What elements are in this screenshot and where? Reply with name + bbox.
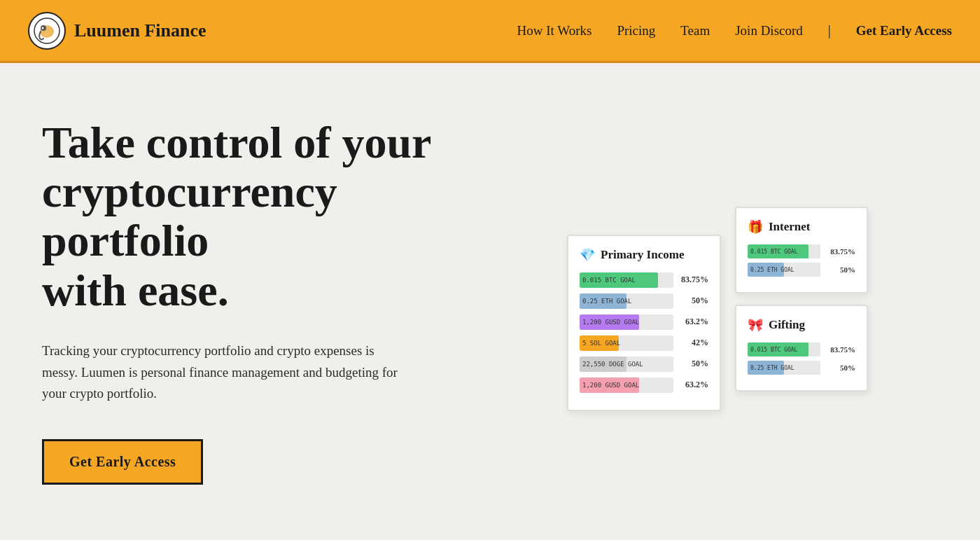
pi-bar-6: 1,200 GUSD GOAL xyxy=(580,378,673,393)
primary-income-icon: 💎 xyxy=(580,247,595,263)
nav-cta-button[interactable]: Get Early Access xyxy=(856,23,952,39)
gift-pct-1: 83.75% xyxy=(826,345,855,354)
nav-divider: | xyxy=(828,22,831,39)
svg-point-3 xyxy=(42,27,44,29)
pi-pct-4: 42% xyxy=(679,338,708,348)
pi-pct-1: 83.75% xyxy=(679,275,708,285)
pi-label-1: 0.015 BTC GOAL xyxy=(582,277,636,284)
int-pct-2: 50% xyxy=(826,265,855,274)
int-label-1: 0.015 BTC GOAL xyxy=(750,248,797,254)
pi-bar-1: 0.015 BTC GOAL xyxy=(580,272,673,288)
nav-how-it-works[interactable]: How It Works xyxy=(517,23,592,39)
pi-label-3: 1,200 GUSD GOAL xyxy=(582,319,639,326)
logo-icon xyxy=(28,12,66,50)
secondary-cards: 🎁 Internet 0.015 BTC GOAL 83.75% 0.25 ET… xyxy=(735,207,868,392)
primary-income-title: 💎 Primary Income xyxy=(580,247,708,263)
gift-pct-2: 50% xyxy=(826,364,855,372)
primary-income-card: 💎 Primary Income 0.015 BTC GOAL 83.75% 0… xyxy=(567,235,721,411)
pi-row-6: 1,200 GUSD GOAL 63.2% xyxy=(580,378,708,393)
internet-card: 🎁 Internet 0.015 BTC GOAL 83.75% 0.25 ET… xyxy=(735,207,868,293)
hero-text-block: Take control of your cryptocurrency port… xyxy=(42,118,497,485)
nav-join-discord[interactable]: Join Discord xyxy=(735,23,803,39)
hero-section: Take control of your cryptocurrency port… xyxy=(0,63,980,540)
int-row-1: 0.015 BTC GOAL 83.75% xyxy=(748,244,855,258)
int-label-2: 0.25 ETH GOAL xyxy=(750,266,794,272)
pi-pct-2: 50% xyxy=(679,296,708,306)
nav-links: How It Works Pricing Team Join Discord |… xyxy=(517,22,952,39)
gift-bar-2: 0.25 ETH GOAL xyxy=(748,361,820,375)
gift-bar-1: 0.015 BTC GOAL xyxy=(748,342,820,356)
hero-heading: Take control of your cryptocurrency port… xyxy=(42,118,497,316)
gift-label-1: 0.015 BTC GOAL xyxy=(750,346,797,352)
gifting-icon: 🎀 xyxy=(748,317,763,333)
internet-icon: 🎁 xyxy=(748,219,763,235)
pi-row-4: 5 SOL GOAL 42% xyxy=(580,335,708,351)
pi-label-4: 5 SOL GOAL xyxy=(582,340,620,347)
navbar: Luumen Finance How It Works Pricing Team… xyxy=(0,0,980,63)
logo-text: Luumen Finance xyxy=(74,20,206,41)
pi-bar-4: 5 SOL GOAL xyxy=(580,335,673,351)
nav-pricing[interactable]: Pricing xyxy=(617,23,655,39)
pi-pct-3: 63.2% xyxy=(679,317,708,327)
int-bar-1: 0.015 BTC GOAL xyxy=(748,244,820,258)
pi-label-2: 0.25 ETH GOAL xyxy=(582,298,631,305)
gifting-card: 🎀 Gifting 0.015 BTC GOAL 83.75% 0.25 ETH… xyxy=(735,305,868,392)
pi-row-2: 0.25 ETH GOAL 50% xyxy=(580,293,708,309)
pi-pct-6: 63.2% xyxy=(679,380,708,390)
gift-label-2: 0.25 ETH GOAL xyxy=(750,364,794,371)
pi-row-5: 22,550 DOGE GOAL 50% xyxy=(580,356,708,372)
hero-cta-button[interactable]: Get Early Access xyxy=(42,439,203,485)
logo-group: Luumen Finance xyxy=(28,12,206,50)
pi-bar-2: 0.25 ETH GOAL xyxy=(580,293,673,309)
hero-visual: 💎 Primary Income 0.015 BTC GOAL 83.75% 0… xyxy=(497,207,938,411)
pi-row-3: 1,200 GUSD GOAL 63.2% xyxy=(580,314,708,330)
int-row-2: 0.25 ETH GOAL 50% xyxy=(748,263,855,277)
int-pct-1: 83.75% xyxy=(826,247,855,256)
int-bar-2: 0.25 ETH GOAL xyxy=(748,263,820,277)
hero-subtext: Tracking your cryptocurrency portfolio a… xyxy=(42,340,406,404)
nav-team[interactable]: Team xyxy=(680,23,710,39)
pi-label-6: 1,200 GUSD GOAL xyxy=(582,382,639,389)
gift-row-2: 0.25 ETH GOAL 50% xyxy=(748,361,855,375)
pi-pct-5: 50% xyxy=(679,359,708,369)
pi-bar-5: 22,550 DOGE GOAL xyxy=(580,356,673,372)
internet-card-title: 🎁 Internet xyxy=(748,219,855,235)
pi-bar-3: 1,200 GUSD GOAL xyxy=(580,314,673,330)
pi-row-1: 0.015 BTC GOAL 83.75% xyxy=(580,272,708,288)
gifting-card-title: 🎀 Gifting xyxy=(748,317,855,333)
pi-label-5: 22,550 DOGE GOAL xyxy=(582,361,643,368)
gift-row-1: 0.015 BTC GOAL 83.75% xyxy=(748,342,855,356)
